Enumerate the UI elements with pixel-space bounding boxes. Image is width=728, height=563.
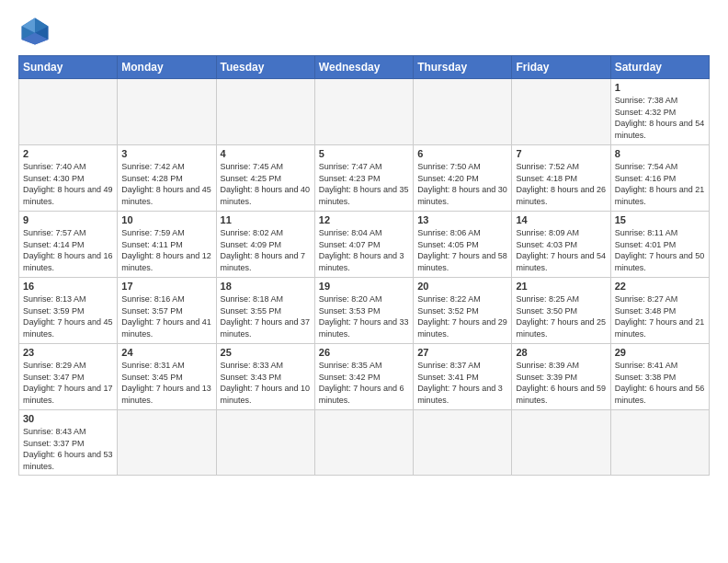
weekday-header-friday: Friday <box>512 56 610 79</box>
calendar-week-row: 2Sunrise: 7:40 AM Sunset: 4:30 PM Daylig… <box>19 145 710 212</box>
day-info: Sunrise: 8:11 AM Sunset: 4:01 PM Dayligh… <box>615 227 705 273</box>
header <box>18 15 710 48</box>
weekday-header-row: SundayMondayTuesdayWednesdayThursdayFrid… <box>19 56 710 79</box>
calendar-cell <box>414 410 512 476</box>
day-info: Sunrise: 8:27 AM Sunset: 3:48 PM Dayligh… <box>615 293 705 339</box>
calendar-cell <box>118 79 216 145</box>
day-number: 2 <box>23 148 113 159</box>
day-info: Sunrise: 8:37 AM Sunset: 3:41 PM Dayligh… <box>417 360 507 406</box>
calendar-week-row: 30Sunrise: 8:43 AM Sunset: 3:37 PM Dayli… <box>19 410 710 476</box>
day-info: Sunrise: 8:25 AM Sunset: 3:50 PM Dayligh… <box>516 293 606 339</box>
day-info: Sunrise: 8:13 AM Sunset: 3:59 PM Dayligh… <box>23 293 113 339</box>
calendar-cell: 29Sunrise: 8:41 AM Sunset: 3:38 PM Dayli… <box>610 344 709 410</box>
calendar-cell: 20Sunrise: 8:22 AM Sunset: 3:52 PM Dayli… <box>414 278 512 344</box>
day-info: Sunrise: 7:57 AM Sunset: 4:14 PM Dayligh… <box>23 227 113 273</box>
day-number: 26 <box>319 347 409 358</box>
calendar-cell: 1Sunrise: 7:38 AM Sunset: 4:32 PM Daylig… <box>610 79 709 145</box>
calendar-cell <box>610 410 709 476</box>
day-number: 24 <box>121 347 211 358</box>
calendar-week-row: 23Sunrise: 8:29 AM Sunset: 3:47 PM Dayli… <box>19 344 710 410</box>
day-number: 9 <box>23 214 113 225</box>
calendar-cell <box>216 410 314 476</box>
day-info: Sunrise: 7:45 AM Sunset: 4:25 PM Dayligh… <box>221 161 311 207</box>
weekday-header-wednesday: Wednesday <box>314 56 413 79</box>
calendar-cell <box>118 410 216 476</box>
day-number: 11 <box>221 214 311 225</box>
day-number: 10 <box>121 214 211 225</box>
day-number: 17 <box>121 281 211 292</box>
calendar-cell: 4Sunrise: 7:45 AM Sunset: 4:25 PM Daylig… <box>216 145 314 212</box>
calendar-cell <box>414 79 512 145</box>
day-number: 13 <box>417 214 507 225</box>
calendar-cell: 30Sunrise: 8:43 AM Sunset: 3:37 PM Dayli… <box>19 410 118 476</box>
day-info: Sunrise: 8:41 AM Sunset: 3:38 PM Dayligh… <box>615 360 705 406</box>
day-info: Sunrise: 8:31 AM Sunset: 3:45 PM Dayligh… <box>121 360 211 406</box>
calendar-cell: 24Sunrise: 8:31 AM Sunset: 3:45 PM Dayli… <box>118 344 216 410</box>
day-info: Sunrise: 8:29 AM Sunset: 3:47 PM Dayligh… <box>23 360 113 406</box>
day-number: 21 <box>516 281 606 292</box>
calendar-cell: 17Sunrise: 8:16 AM Sunset: 3:57 PM Dayli… <box>118 278 216 344</box>
calendar-cell: 11Sunrise: 8:02 AM Sunset: 4:09 PM Dayli… <box>216 212 314 278</box>
day-info: Sunrise: 8:02 AM Sunset: 4:09 PM Dayligh… <box>221 227 311 273</box>
day-number: 22 <box>615 281 705 292</box>
calendar-cell: 21Sunrise: 8:25 AM Sunset: 3:50 PM Dayli… <box>512 278 610 344</box>
calendar-cell <box>19 79 118 145</box>
day-info: Sunrise: 8:16 AM Sunset: 3:57 PM Dayligh… <box>121 293 211 339</box>
weekday-header-tuesday: Tuesday <box>216 56 314 79</box>
calendar-cell <box>512 79 610 145</box>
day-number: 16 <box>23 281 113 292</box>
calendar-cell <box>314 79 413 145</box>
calendar-week-row: 16Sunrise: 8:13 AM Sunset: 3:59 PM Dayli… <box>19 278 710 344</box>
day-info: Sunrise: 7:40 AM Sunset: 4:30 PM Dayligh… <box>23 161 113 207</box>
calendar-cell: 18Sunrise: 8:18 AM Sunset: 3:55 PM Dayli… <box>216 278 314 344</box>
calendar-cell: 14Sunrise: 8:09 AM Sunset: 4:03 PM Dayli… <box>512 212 610 278</box>
calendar-cell: 26Sunrise: 8:35 AM Sunset: 3:42 PM Dayli… <box>314 344 413 410</box>
day-info: Sunrise: 8:06 AM Sunset: 4:05 PM Dayligh… <box>417 227 507 273</box>
calendar-cell: 22Sunrise: 8:27 AM Sunset: 3:48 PM Dayli… <box>610 278 709 344</box>
calendar-cell: 12Sunrise: 8:04 AM Sunset: 4:07 PM Dayli… <box>314 212 413 278</box>
day-info: Sunrise: 7:47 AM Sunset: 4:23 PM Dayligh… <box>319 161 409 207</box>
day-number: 14 <box>516 214 606 225</box>
calendar-cell: 2Sunrise: 7:40 AM Sunset: 4:30 PM Daylig… <box>19 145 118 212</box>
day-number: 4 <box>221 148 311 159</box>
day-info: Sunrise: 8:09 AM Sunset: 4:03 PM Dayligh… <box>516 227 606 273</box>
page: SundayMondayTuesdayWednesdayThursdayFrid… <box>0 0 728 563</box>
calendar-cell: 5Sunrise: 7:47 AM Sunset: 4:23 PM Daylig… <box>314 145 413 212</box>
calendar-week-row: 9Sunrise: 7:57 AM Sunset: 4:14 PM Daylig… <box>19 212 710 278</box>
day-number: 23 <box>23 347 113 358</box>
day-number: 20 <box>417 281 507 292</box>
weekday-header-monday: Monday <box>118 56 216 79</box>
calendar-cell: 15Sunrise: 8:11 AM Sunset: 4:01 PM Dayli… <box>610 212 709 278</box>
weekday-header-thursday: Thursday <box>414 56 512 79</box>
weekday-header-saturday: Saturday <box>610 56 709 79</box>
day-info: Sunrise: 7:38 AM Sunset: 4:32 PM Dayligh… <box>615 95 705 141</box>
calendar-cell: 23Sunrise: 8:29 AM Sunset: 3:47 PM Dayli… <box>19 344 118 410</box>
day-number: 3 <box>121 148 211 159</box>
day-number: 29 <box>615 347 705 358</box>
day-number: 18 <box>221 281 311 292</box>
calendar-cell <box>314 410 413 476</box>
day-number: 1 <box>615 82 705 93</box>
day-number: 27 <box>417 347 507 358</box>
day-info: Sunrise: 7:59 AM Sunset: 4:11 PM Dayligh… <box>121 227 211 273</box>
day-info: Sunrise: 8:33 AM Sunset: 3:43 PM Dayligh… <box>221 360 311 406</box>
day-info: Sunrise: 8:43 AM Sunset: 3:37 PM Dayligh… <box>23 426 113 472</box>
calendar-cell: 16Sunrise: 8:13 AM Sunset: 3:59 PM Dayli… <box>19 278 118 344</box>
day-number: 7 <box>516 148 606 159</box>
calendar: SundayMondayTuesdayWednesdayThursdayFrid… <box>18 55 710 476</box>
day-number: 30 <box>23 413 113 424</box>
calendar-cell: 28Sunrise: 8:39 AM Sunset: 3:39 PM Dayli… <box>512 344 610 410</box>
calendar-cell: 9Sunrise: 7:57 AM Sunset: 4:14 PM Daylig… <box>19 212 118 278</box>
day-info: Sunrise: 8:39 AM Sunset: 3:39 PM Dayligh… <box>516 360 606 406</box>
day-info: Sunrise: 7:52 AM Sunset: 4:18 PM Dayligh… <box>516 161 606 207</box>
calendar-cell: 3Sunrise: 7:42 AM Sunset: 4:28 PM Daylig… <box>118 145 216 212</box>
weekday-header-sunday: Sunday <box>19 56 118 79</box>
calendar-cell: 27Sunrise: 8:37 AM Sunset: 3:41 PM Dayli… <box>414 344 512 410</box>
day-number: 25 <box>221 347 311 358</box>
day-info: Sunrise: 8:35 AM Sunset: 3:42 PM Dayligh… <box>319 360 409 406</box>
day-info: Sunrise: 8:22 AM Sunset: 3:52 PM Dayligh… <box>417 293 507 339</box>
day-info: Sunrise: 7:42 AM Sunset: 4:28 PM Dayligh… <box>121 161 211 207</box>
day-info: Sunrise: 7:54 AM Sunset: 4:16 PM Dayligh… <box>615 161 705 207</box>
logo <box>18 15 55 48</box>
day-info: Sunrise: 7:50 AM Sunset: 4:20 PM Dayligh… <box>417 161 507 207</box>
